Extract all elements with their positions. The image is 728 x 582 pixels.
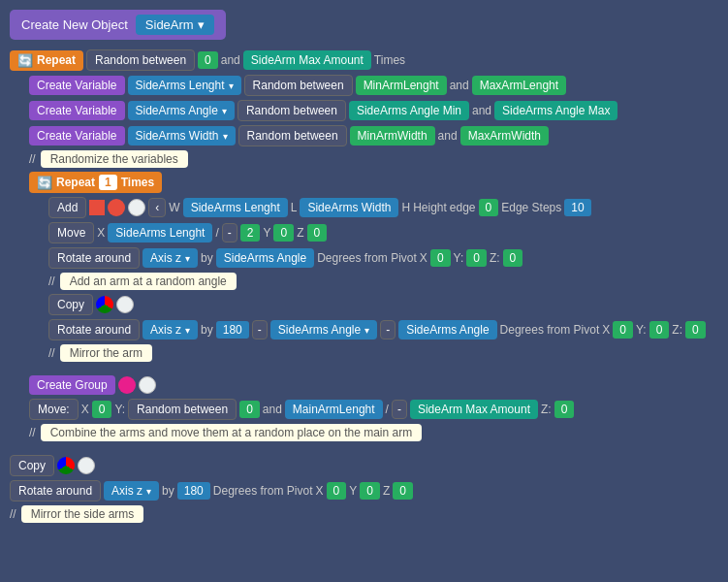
comment5-row: // Mirror the side arms bbox=[10, 505, 718, 523]
rotate2-row: Rotate around Axis z by 180 - SideArms A… bbox=[48, 319, 718, 340]
move1-label: Move bbox=[48, 222, 94, 243]
move2-row: Move: X 0 Y: Random between 0 and MainAr… bbox=[29, 399, 718, 420]
object-name-tag[interactable]: SideArm ▾ bbox=[136, 15, 214, 35]
rotate2-z[interactable]: 0 bbox=[685, 321, 706, 339]
move1-row: Move X SideArms Lenght / - 2 Y 0 Z 0 bbox=[48, 222, 718, 243]
sidearms-width-val[interactable]: SideArms Width bbox=[300, 198, 398, 217]
copy2-gray-circle bbox=[78, 457, 95, 474]
sidearms-angle-max[interactable]: SideArms Angle Max bbox=[494, 101, 617, 120]
move2-z[interactable]: 0 bbox=[554, 401, 575, 418]
comment5-text: Mirror the side arms bbox=[21, 505, 144, 523]
repeat1-row: 🔄 Repeat Random between 0 and SideArm Ma… bbox=[10, 49, 718, 71]
create-var1-label: Create Variable bbox=[29, 76, 125, 95]
random-between-3: Random between bbox=[238, 125, 347, 146]
move2-sidearm-max[interactable]: SideArm Max Amount bbox=[410, 400, 538, 419]
rotate2-label: Rotate around bbox=[48, 319, 140, 340]
rotate2-sidearms-angle[interactable]: SideArms Angle bbox=[270, 320, 377, 340]
rotate3-label: Rotate around bbox=[10, 480, 101, 501]
rotate3-z[interactable]: 0 bbox=[393, 482, 413, 500]
comment2-text: Add an arm at a random angle bbox=[60, 273, 237, 290]
move2-rb-min[interactable]: 0 bbox=[239, 401, 260, 418]
max-arm-width[interactable]: MaxArmWidth bbox=[460, 126, 549, 146]
create-var1-row: Create Variable SideArms Lenght Random b… bbox=[29, 75, 718, 96]
rotate2-y[interactable]: 0 bbox=[649, 321, 670, 339]
rotate1-angle[interactable]: SideArms Angle bbox=[216, 248, 314, 268]
rotate3-y[interactable]: 0 bbox=[360, 482, 380, 500]
repeat2-num[interactable]: 1 bbox=[99, 175, 117, 190]
create-object-label: Create New Object bbox=[21, 17, 128, 32]
random-between-1: Random between bbox=[244, 75, 353, 96]
comment4-text: Combine the arms and move them at a rand… bbox=[41, 424, 423, 441]
min-arm-width[interactable]: MinArmWidth bbox=[350, 126, 435, 146]
add-gray-circle bbox=[128, 199, 145, 216]
random-between-label: Random between bbox=[86, 49, 195, 71]
repeat1-icon: 🔄 bbox=[17, 53, 33, 68]
comment1-row: // Randomize the variables bbox=[29, 150, 718, 168]
move2-x[interactable]: 0 bbox=[92, 401, 112, 418]
move2-main-arm-lenght[interactable]: MainArmLenght bbox=[285, 400, 383, 419]
comment4-row: // Combine the arms and move them at a r… bbox=[29, 424, 718, 441]
copy2-color-circle bbox=[57, 457, 75, 474]
repeat2-icon: 🔄 bbox=[37, 176, 52, 190]
edge-val[interactable]: 0 bbox=[479, 199, 499, 216]
add-red-circle bbox=[108, 199, 125, 216]
create-object-bar[interactable]: Create New Object SideArm ▾ bbox=[10, 10, 226, 40]
and-3: and bbox=[438, 129, 458, 143]
rotate2-axis[interactable]: Axis z bbox=[142, 320, 198, 340]
move1-z[interactable]: 0 bbox=[307, 224, 328, 242]
move2-minus: - bbox=[392, 400, 407, 419]
add-row: Add ‹ W SideArms Lenght L SideArms Width… bbox=[48, 197, 718, 218]
sidearms-width-var[interactable]: SideArms Width bbox=[128, 126, 236, 146]
sidearm-max-amount[interactable]: SideArm Max Amount bbox=[243, 50, 371, 70]
create-var3-row: Create Variable SideArms Width Random be… bbox=[29, 125, 718, 146]
rotate1-label: Rotate around bbox=[48, 247, 140, 269]
rotate1-y[interactable]: 0 bbox=[466, 249, 487, 267]
create-group-circle bbox=[118, 376, 136, 394]
rotate1-row: Rotate around Axis z by SideArms Angle D… bbox=[48, 247, 718, 269]
create-group-label: Create Group bbox=[29, 375, 115, 395]
copy1-color-circle bbox=[96, 296, 113, 313]
rotate1-x[interactable]: 0 bbox=[430, 249, 451, 267]
and-1: and bbox=[450, 79, 469, 92]
object-dropdown-arrow[interactable]: ▾ bbox=[198, 17, 205, 32]
rotate1-z[interactable]: 0 bbox=[503, 249, 523, 267]
rotate3-x[interactable]: 0 bbox=[327, 482, 347, 500]
sidearms-angle-var[interactable]: SideArms Angle bbox=[128, 101, 235, 120]
move1-num2[interactable]: 2 bbox=[240, 224, 261, 242]
move2-label: Move: bbox=[29, 399, 79, 420]
comment1-text: Randomize the variables bbox=[41, 150, 188, 168]
repeat2-times: Times bbox=[121, 176, 154, 189]
sidearms-angle-min[interactable]: SideArms Angle Min bbox=[349, 101, 469, 120]
copy2-label: Copy bbox=[10, 455, 54, 476]
rotate2-num[interactable]: 180 bbox=[216, 321, 249, 339]
repeat1-min[interactable]: 0 bbox=[198, 51, 218, 69]
random-between-2: Random between bbox=[237, 100, 346, 121]
and-2: and bbox=[472, 104, 491, 117]
repeat2-block[interactable]: 🔄 Repeat 1 Times bbox=[29, 172, 162, 193]
sidearms-lenght-val[interactable]: SideArms Lenght bbox=[183, 198, 288, 217]
repeat1-and: and bbox=[221, 53, 240, 67]
move1-y[interactable]: 0 bbox=[273, 224, 294, 242]
sidearms-lenght-var[interactable]: SideArms Lenght bbox=[128, 76, 241, 95]
create-var2-label: Create Variable bbox=[29, 101, 125, 120]
rotate2-sidearms-angle2[interactable]: SideArms Angle bbox=[398, 320, 496, 340]
rotate2-x[interactable]: 0 bbox=[613, 321, 633, 339]
max-arm-lenght[interactable]: MaxArmLenght bbox=[472, 76, 566, 95]
object-name: SideArm bbox=[145, 17, 194, 32]
repeat1-label: Repeat bbox=[37, 53, 76, 67]
canvas: Create New Object SideArm ▾ 🔄 Repeat Ran… bbox=[0, 0, 728, 536]
rotate3-axis[interactable]: Axis z bbox=[104, 481, 159, 501]
move1-sidearms-lenght[interactable]: SideArms Lenght bbox=[108, 223, 212, 242]
rotate3-num[interactable]: 180 bbox=[177, 482, 210, 500]
edge-steps-val[interactable]: 10 bbox=[564, 199, 590, 216]
spacer2 bbox=[10, 445, 718, 455]
min-arm-lenght[interactable]: MinArmLenght bbox=[356, 76, 447, 95]
repeat2-row: 🔄 Repeat 1 Times bbox=[29, 172, 718, 193]
repeat1-block[interactable]: 🔄 Repeat bbox=[10, 50, 83, 71]
copy1-gray-circle bbox=[116, 296, 134, 313]
comment3-text: Mirror the arm bbox=[60, 344, 152, 362]
copy1-label: Copy bbox=[48, 294, 93, 315]
create-var3-label: Create Variable bbox=[29, 126, 125, 146]
rotate1-axis[interactable]: Axis z bbox=[142, 248, 198, 268]
chevron-left: ‹ bbox=[148, 198, 166, 217]
